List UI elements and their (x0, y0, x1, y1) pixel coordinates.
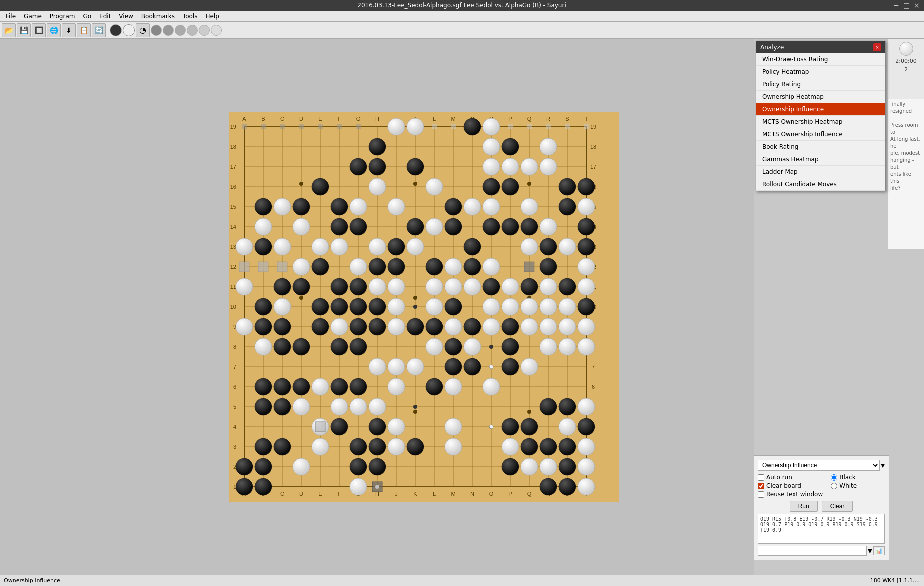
svg-text:13: 13 (230, 244, 236, 250)
svg-point-225 (540, 278, 557, 296)
svg-rect-134 (432, 124, 437, 130)
toolbar-nav2[interactable] (163, 25, 174, 36)
svg-point-151 (521, 158, 538, 176)
clear-button[interactable]: Clear (822, 501, 854, 512)
svg-text:J: J (395, 491, 398, 497)
titlebar-controls[interactable]: − □ × (894, 2, 920, 10)
svg-point-174 (331, 218, 348, 236)
toolbar-black-stone[interactable] (110, 24, 122, 36)
analyze-item-policy-heatmap[interactable]: Policy Heatmap (756, 66, 886, 78)
svg-text:T: T (585, 116, 588, 122)
svg-point-221 (464, 278, 481, 296)
analyze-item-mcts-heatmap[interactable]: MCTS Ownership Heatmap (756, 116, 886, 128)
maximize-button[interactable]: □ (904, 2, 910, 10)
svg-point-192 (464, 238, 481, 256)
svg-point-159 (578, 178, 595, 196)
toolbar-nav6[interactable] (211, 25, 222, 36)
status-left: Ownership Influence (4, 578, 60, 584)
analyze-item-gammas[interactable]: Gammas Heatmap (756, 154, 886, 166)
command-input[interactable] (758, 546, 867, 556)
analysis-output: O19 R15 T0.8 E19 -0.7 R19 -0.3 N19 -0.3O… (758, 514, 885, 544)
svg-rect-139 (546, 124, 551, 130)
reuse-text-checkbox[interactable] (758, 492, 764, 498)
analyze-item-policy-rating[interactable]: Policy Rating (756, 78, 886, 91)
analyze-item-wdl[interactable]: Win-Draw-Loss Rating (756, 54, 886, 66)
white-radio[interactable] (831, 483, 838, 490)
svg-point-344 (376, 485, 380, 489)
auto-run-label[interactable]: Auto run (758, 474, 823, 481)
analyze-item-ownership-influence[interactable]: Ownership Influence (756, 104, 886, 116)
menu-file[interactable]: File (2, 12, 20, 21)
clear-board-label[interactable]: Clear board (758, 482, 823, 490)
svg-point-162 (293, 198, 310, 216)
black-radio[interactable] (831, 474, 838, 481)
close-window-button[interactable]: × (914, 2, 920, 10)
svg-point-302 (578, 398, 595, 416)
white-radio-label[interactable]: White (831, 482, 857, 490)
svg-point-227 (578, 278, 595, 296)
svg-rect-198 (258, 262, 268, 272)
toolbar-down[interactable]: ⬇ (62, 24, 76, 38)
svg-text:11: 11 (230, 284, 236, 290)
svg-point-193 (521, 238, 538, 256)
toolbar-open[interactable]: 📂 (2, 24, 16, 38)
menu-help[interactable]: Help (202, 12, 223, 21)
run-button[interactable]: Run (790, 501, 818, 512)
analysis-type-dropdown[interactable]: Ownership Influence Policy Rating Rollou… (758, 460, 880, 471)
svg-point-226 (559, 278, 576, 296)
svg-point-200 (293, 258, 310, 276)
analyze-item-book-rating[interactable]: Book Rating (756, 141, 886, 154)
svg-point-311 (521, 418, 538, 436)
toolbar-copy[interactable]: 📋 (77, 24, 91, 38)
toolbar-web[interactable]: 🌐 (47, 24, 61, 38)
analyze-close-button[interactable]: × (874, 44, 882, 52)
svg-text:C: C (280, 116, 284, 122)
toolbar-refresh[interactable]: 🔄 (92, 24, 106, 38)
svg-point-177 (426, 218, 443, 236)
menu-view[interactable]: View (115, 12, 137, 21)
analyze-item-ladder[interactable]: Ladder Map (756, 166, 886, 178)
svg-point-309 (490, 425, 494, 429)
toolbar-save[interactable]: 💾 (17, 24, 31, 38)
svg-point-157 (502, 178, 519, 196)
svg-point-215 (331, 278, 348, 296)
go-board[interactable]: ABC DEF GHJ KLM NOP QRS T ABC DEF GHJ KL… (230, 112, 620, 502)
menu-edit[interactable]: Edit (96, 12, 115, 21)
menu-go[interactable]: Go (79, 12, 96, 21)
svg-text:G: G (356, 116, 361, 122)
black-radio-label[interactable]: Black (831, 474, 857, 481)
svg-point-249 (350, 318, 367, 336)
minimize-button[interactable]: − (894, 2, 900, 10)
toolbar-white-stone[interactable] (123, 24, 135, 36)
menu-program[interactable]: Program (46, 12, 80, 21)
analyze-item-rollout[interactable]: Rollout Candidate Moves (756, 178, 886, 191)
menu-game[interactable]: Game (20, 12, 46, 21)
toolbar-board[interactable]: 🔲 (32, 24, 46, 38)
svg-point-166 (445, 198, 462, 216)
svg-point-325 (559, 438, 576, 456)
svg-text:H: H (376, 116, 380, 122)
analyze-dialog: Analyze × Win-Draw-Loss Rating Policy He… (756, 41, 886, 192)
toolbar-nav1[interactable] (151, 25, 162, 36)
menu-bookmarks[interactable]: Bookmarks (138, 12, 179, 21)
svg-text:B: B (262, 116, 265, 122)
menu-tools[interactable]: Tools (179, 12, 202, 21)
svg-rect-209 (524, 262, 534, 272)
toolbar-nav4[interactable] (187, 25, 198, 36)
reuse-text-label[interactable]: Reuse text window (758, 491, 823, 498)
svg-rect-130 (337, 124, 342, 130)
svg-point-186 (274, 238, 291, 256)
graph-icon[interactable]: 📊 (874, 546, 885, 556)
svg-point-190 (388, 238, 405, 256)
analyze-item-ownership-heatmap[interactable]: Ownership Heatmap (756, 91, 886, 104)
toolbar-half-stone[interactable]: ◔ (136, 24, 150, 38)
auto-run-checkbox[interactable] (758, 474, 764, 481)
svg-point-283 (255, 378, 272, 396)
clear-board-checkbox[interactable] (758, 483, 764, 490)
toolbar-nav5[interactable] (199, 25, 210, 36)
toolbar-nav3[interactable] (175, 25, 186, 36)
dropdown-small-icon[interactable]: ▼ (868, 548, 872, 554)
svg-point-145 (540, 138, 557, 156)
svg-point-269 (464, 338, 481, 356)
analyze-item-mcts-influence[interactable]: MCTS Ownership Influence (756, 128, 886, 141)
